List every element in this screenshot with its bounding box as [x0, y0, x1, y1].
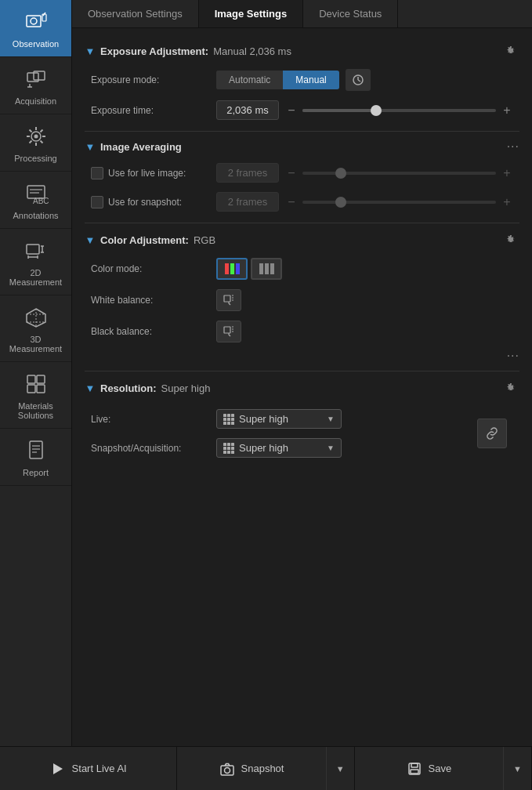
- averaging-collapse-btn[interactable]: ▼: [85, 141, 96, 152]
- color-collapse-btn[interactable]: ▼: [85, 234, 96, 245]
- snapshot-slider-minus: −: [285, 195, 298, 209]
- sidebar-item-acquisition-label: Acquisition: [15, 96, 56, 106]
- color-more-btn[interactable]: ···: [507, 349, 519, 363]
- svg-rect-36: [37, 385, 45, 393]
- divider-2: [85, 223, 519, 223]
- exposure-mode-toggle: Automatic Manual: [216, 71, 339, 89]
- live-slider-plus: +: [501, 166, 513, 180]
- color-title: Color Adjustment:: [100, 234, 189, 246]
- svg-rect-34: [37, 375, 45, 383]
- sidebar-item-materials-solutions[interactable]: Materials Solutions: [0, 362, 71, 429]
- sidebar-item-processing[interactable]: Processing: [0, 114, 71, 172]
- image-averaging-section-header: ▼ Image Averaging ···: [85, 135, 519, 158]
- snapshot-dropdown-btn[interactable]: ▼: [326, 747, 354, 790]
- svg-line-17: [29, 141, 31, 143]
- rgb-g-bar: [230, 263, 234, 274]
- sidebar-item-materials-label: Materials Solutions: [3, 401, 68, 420]
- resolution-section: ▼ Resolution: Super high Live:: [85, 375, 519, 466]
- svg-rect-48: [224, 327, 230, 333]
- sidebar-item-2d-measurement[interactable]: 2D Measurement: [0, 229, 71, 295]
- exposure-value: Manual 2,036 ms: [213, 45, 291, 57]
- snapshot-resolution-value: Super high: [239, 442, 288, 454]
- sidebar-item-observation-label: Observation: [13, 39, 59, 49]
- processing-icon: [22, 122, 50, 150]
- annotations-icon: ABC: [22, 179, 50, 208]
- exposure-collapse-btn[interactable]: ▼: [85, 45, 96, 56]
- sidebar-item-3d-measurement[interactable]: 3D Measurement: [0, 295, 71, 362]
- svg-rect-57: [411, 770, 418, 774]
- resolution-collapse-btn[interactable]: ▼: [85, 382, 96, 393]
- svg-rect-33: [27, 375, 35, 383]
- color-gear-btn[interactable]: [502, 231, 519, 248]
- averaging-title: Image Averaging: [100, 141, 182, 153]
- snapshot-resolution-dropdown[interactable]: Super high ▼: [216, 438, 342, 458]
- exposure-mode-label: Exposure mode:: [91, 74, 216, 85]
- save-segment: Save ▼: [355, 747, 532, 790]
- color-adjustment-header: ▼ Color Adjustment: RGB: [85, 226, 519, 253]
- materials-solutions-icon: [22, 370, 50, 398]
- snapshot-checkbox[interactable]: [91, 196, 103, 208]
- live-dropdown-arrow: ▼: [327, 415, 335, 423]
- sidebar-item-observation[interactable]: Observation: [0, 0, 71, 57]
- white-balance-row: White balance:: [85, 284, 519, 316]
- auto-mode-btn[interactable]: Automatic: [216, 71, 283, 89]
- white-balance-btn[interactable]: [216, 289, 241, 311]
- color-adjustment-section: ▼ Color Adjustment: RGB Color mode:: [85, 226, 519, 364]
- live-resolution-value: Super high: [239, 413, 288, 425]
- bottom-bar: Start Live AI Snapshot ▼ Save ▼: [0, 746, 532, 790]
- exposure-slider-plus[interactable]: +: [501, 103, 513, 118]
- live-resolution-dropdown[interactable]: Super high ▼: [216, 409, 342, 429]
- black-balance-label: Black balance:: [91, 326, 216, 337]
- report-icon: [22, 437, 50, 465]
- sidebar-item-acquisition[interactable]: Acquisition: [0, 57, 71, 114]
- live-image-checkbox[interactable]: [91, 167, 103, 179]
- exposure-time-display[interactable]: 2,036 ms: [216, 100, 279, 120]
- exposure-clock-btn[interactable]: [346, 69, 371, 91]
- sidebar-item-report[interactable]: Report: [0, 429, 71, 486]
- snapshot-dropdown-arrow: ▼: [327, 444, 335, 452]
- link-resolution-btn[interactable]: [477, 419, 507, 448]
- save-icon: [407, 761, 422, 777]
- svg-rect-22: [27, 245, 39, 254]
- tab-image-settings[interactable]: Image Settings: [199, 0, 303, 27]
- gray-bar-1: [259, 263, 263, 274]
- snapshot-frames-display: 2 frames: [216, 192, 279, 212]
- tab-device-status[interactable]: Device Status: [303, 0, 398, 27]
- resolution-gear-btn[interactable]: [502, 379, 519, 397]
- live-frames-display: 2 frames: [216, 163, 279, 183]
- sidebar-item-annotations[interactable]: ABC Annotations: [0, 172, 71, 229]
- live-ai-btn[interactable]: Start Live AI: [0, 747, 176, 790]
- svg-text:ABC: ABC: [33, 197, 49, 205]
- black-balance-btn[interactable]: [216, 321, 241, 342]
- save-dropdown-btn[interactable]: ▼: [503, 747, 531, 790]
- color-mode-gray-btn[interactable]: [251, 258, 282, 280]
- averaging-more-btn[interactable]: ···: [507, 140, 519, 154]
- tab-observation-settings[interactable]: Observation Settings: [72, 0, 199, 27]
- observation-icon: [22, 8, 50, 36]
- exposure-slider-minus[interactable]: −: [285, 103, 298, 118]
- exposure-title: Exposure Adjustment:: [100, 45, 208, 57]
- manual-mode-btn[interactable]: Manual: [283, 71, 338, 89]
- svg-rect-0: [27, 16, 41, 27]
- save-btn[interactable]: Save: [355, 747, 503, 790]
- svg-marker-29: [27, 309, 45, 327]
- snapshot-label: Use for snapshot:: [91, 196, 216, 208]
- sidebar-item-3d-label: 3D Measurement: [3, 335, 68, 353]
- svg-point-1: [31, 18, 37, 24]
- live-resolution-label: Live:: [91, 414, 216, 425]
- live-resolution-row: Live: Super high ▼: [91, 404, 468, 433]
- color-mode-rgb-btn[interactable]: [216, 258, 248, 280]
- svg-rect-37: [30, 441, 42, 458]
- rgb-r-bar: [225, 263, 229, 274]
- exposure-mode-row: Exposure mode: Automatic Manual: [85, 64, 519, 96]
- sidebar: Observation Acquisition: [0, 0, 72, 746]
- snapshot-resolution-row: Snapshot/Acquisition: Super high ▼: [91, 433, 468, 462]
- exposure-gear-btn[interactable]: [502, 42, 519, 60]
- exposure-slider-track[interactable]: [302, 109, 496, 112]
- svg-line-15: [40, 141, 42, 143]
- live-ai-segment: Start Live AI: [0, 747, 177, 790]
- resolution-grid-icon: [223, 414, 234, 425]
- snapshot-btn[interactable]: Snapshot: [177, 747, 325, 790]
- exposure-section-header: ▼ Exposure Adjustment: Manual 2,036 ms: [85, 38, 519, 64]
- 3d-measurement-icon: [22, 303, 50, 332]
